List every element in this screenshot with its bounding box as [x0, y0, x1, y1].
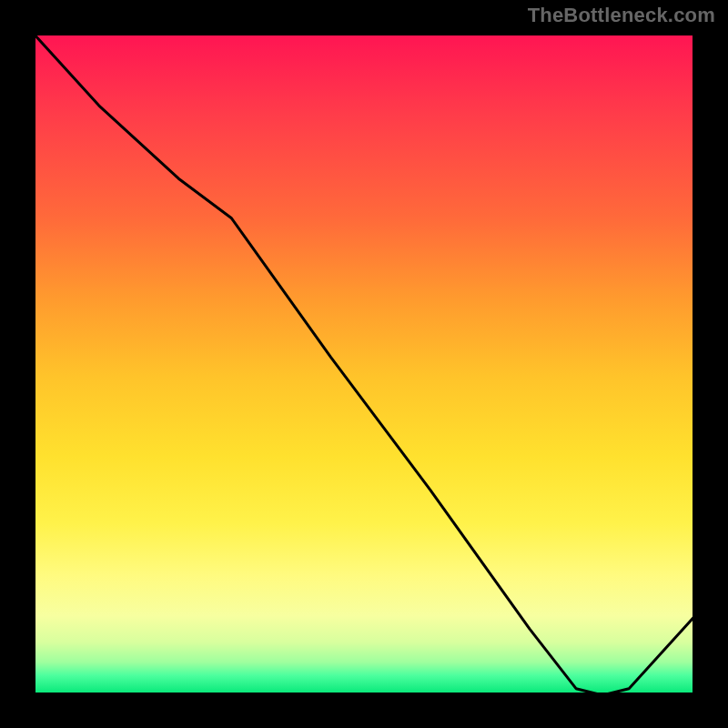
plot-gradient [33, 33, 695, 695]
watermark-text: TheBottleneck.com [528, 4, 715, 27]
plot-area [33, 33, 695, 695]
chart-frame: TheBottleneck.com [0, 0, 728, 728]
